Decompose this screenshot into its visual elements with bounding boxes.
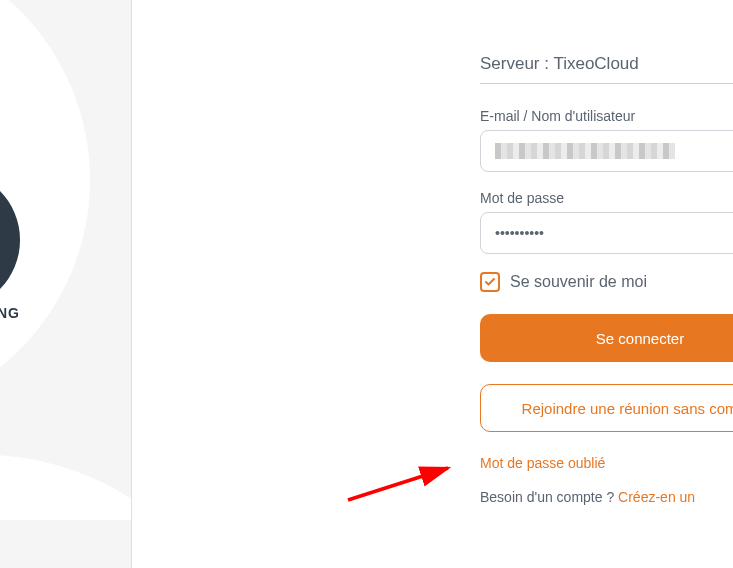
email-input[interactable] — [480, 130, 733, 172]
check-icon — [484, 276, 496, 288]
join-without-account-button[interactable]: Rejoindre une réunion sans compte — [480, 384, 733, 432]
connect-button[interactable]: Se connecter — [480, 314, 733, 362]
login-main: Serveur : TixeoCloud E-mail / Nom d'util… — [132, 0, 733, 568]
brand-logo-fragment: ING — [0, 0, 132, 568]
create-account-link[interactable]: Créez-en un — [618, 489, 695, 505]
password-label: Mot de passe — [480, 190, 733, 206]
login-form: Serveur : TixeoCloud E-mail / Nom d'util… — [480, 52, 733, 505]
annotation-arrow — [340, 458, 460, 508]
password-input[interactable] — [480, 212, 733, 254]
email-label: E-mail / Nom d'utilisateur — [480, 108, 733, 124]
server-selector[interactable]: Serveur : TixeoCloud — [480, 52, 733, 84]
remember-me-row: Se souvenir de moi — [480, 272, 733, 292]
need-account-text: Besoin d'un compte ? Créez-en un — [480, 489, 733, 505]
svg-line-0 — [348, 468, 448, 500]
brand-side-panel: ING — [0, 0, 132, 568]
brand-text-fragment: ING — [0, 305, 20, 321]
remember-me-label: Se souvenir de moi — [510, 273, 647, 291]
server-label: Serveur : TixeoCloud — [480, 54, 639, 74]
redacted-content — [495, 143, 675, 159]
forgot-password-link[interactable]: Mot de passe oublié — [480, 455, 605, 471]
remember-me-checkbox[interactable] — [480, 272, 500, 292]
